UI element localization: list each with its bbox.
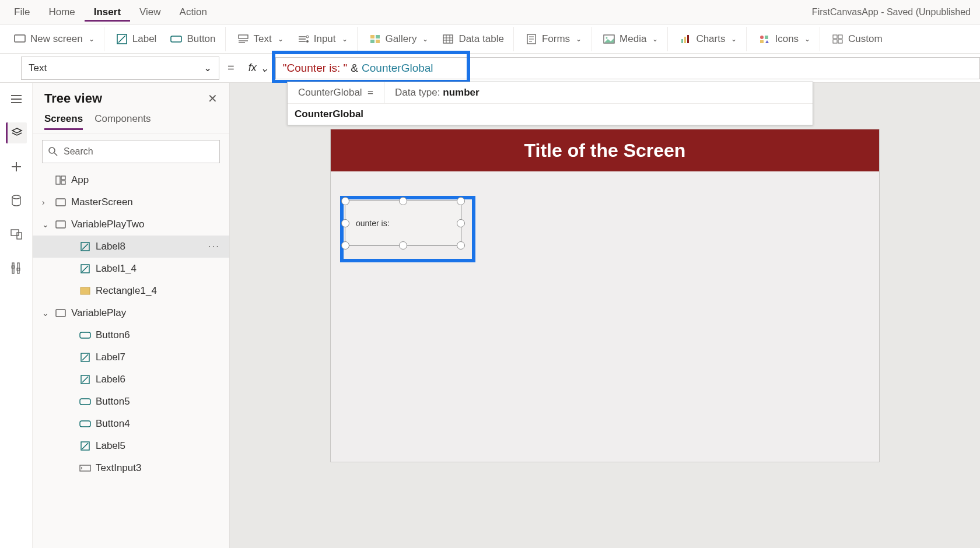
tab-components[interactable]: Components bbox=[94, 110, 150, 130]
svg-point-48 bbox=[49, 147, 55, 153]
svg-rect-62 bbox=[80, 399, 90, 405]
expander-icon[interactable]: › bbox=[42, 198, 50, 207]
gallery-button[interactable]: Gallery ⌄ bbox=[363, 30, 435, 48]
selected-control-wrapper[interactable]: ounter is: bbox=[345, 201, 461, 246]
tree-node-masterscreen[interactable]: ›MasterScreen bbox=[33, 191, 229, 213]
svg-rect-3 bbox=[239, 35, 248, 38]
input-button[interactable]: Input ⌄ bbox=[292, 30, 354, 48]
resize-handle-ml[interactable] bbox=[341, 219, 349, 227]
resize-handle-tm[interactable] bbox=[399, 197, 407, 205]
svg-rect-52 bbox=[61, 181, 65, 184]
fx-button[interactable]: fx ⌄ bbox=[243, 57, 275, 80]
more-button[interactable]: ··· bbox=[208, 241, 223, 252]
svg-rect-53 bbox=[56, 199, 65, 206]
menu-action[interactable]: Action bbox=[170, 3, 216, 22]
data-table-button[interactable]: Data table bbox=[436, 30, 510, 48]
tree-node-label6[interactable]: Label6 bbox=[33, 368, 229, 391]
svg-point-9 bbox=[306, 36, 309, 38]
svg-rect-32 bbox=[833, 35, 837, 38]
svg-point-10 bbox=[306, 40, 309, 43]
tree-node-variableplay[interactable]: ⌄VariablePlay bbox=[33, 302, 229, 324]
icons-button[interactable]: Icons ⌄ bbox=[752, 30, 816, 48]
menu-view[interactable]: View bbox=[130, 3, 170, 22]
tree-node-rectangle1_4[interactable]: Rectangle1_4 bbox=[33, 280, 229, 302]
menu-insert[interactable]: Insert bbox=[85, 3, 130, 22]
tab-screens[interactable]: Screens bbox=[44, 110, 83, 130]
charts-button[interactable]: Charts ⌄ bbox=[674, 30, 743, 48]
svg-rect-13 bbox=[370, 40, 374, 43]
tree-node-button4[interactable]: Button4 bbox=[33, 413, 229, 435]
menu-home[interactable]: Home bbox=[39, 3, 84, 22]
forms-button[interactable]: Forms ⌄ bbox=[520, 30, 587, 48]
new-screen-button[interactable]: New screen ⌄ bbox=[8, 30, 100, 48]
svg-rect-35 bbox=[838, 40, 842, 43]
chevron-down-icon: ⌄ bbox=[89, 35, 94, 43]
tree-node-label: VariablePlayTwo bbox=[71, 219, 144, 230]
data-rail-button[interactable] bbox=[6, 190, 27, 211]
label-icon bbox=[79, 440, 91, 452]
tree-list: App›MasterScreen⌄VariablePlayTwoLabel8··… bbox=[33, 169, 229, 548]
expander-icon[interactable]: ⌄ bbox=[42, 308, 50, 318]
close-panel-button[interactable]: ✕ bbox=[208, 92, 218, 106]
canvas-area[interactable]: Title of the Screen ounter is: bbox=[230, 83, 980, 548]
left-rail bbox=[0, 83, 33, 548]
resize-handle-bl[interactable] bbox=[341, 241, 349, 250]
tree-node-label8[interactable]: Label8··· bbox=[33, 236, 229, 258]
tree-view-rail-button[interactable] bbox=[6, 122, 27, 143]
label-button[interactable]: Label bbox=[110, 30, 163, 48]
tree-node-label1_4[interactable]: Label1_4 bbox=[33, 258, 229, 280]
resize-handle-tr[interactable] bbox=[457, 197, 465, 205]
info-datatype-value: number bbox=[443, 87, 479, 98]
resize-handle-tl[interactable] bbox=[341, 197, 349, 205]
expander-icon[interactable]: ⌄ bbox=[42, 220, 50, 229]
tree-node-variableplaytwo[interactable]: ⌄VariablePlayTwo bbox=[33, 213, 229, 236]
tree-node-button5[interactable]: Button5 bbox=[33, 391, 229, 413]
add-rail-button[interactable] bbox=[6, 156, 27, 177]
tree-title: Tree view bbox=[44, 91, 102, 106]
resize-handle-br[interactable] bbox=[457, 241, 465, 250]
fx-label: fx bbox=[249, 62, 257, 74]
property-select[interactable]: Text ⌄ bbox=[21, 57, 219, 80]
svg-point-25 bbox=[606, 37, 608, 38]
svg-point-29 bbox=[760, 36, 764, 39]
text-button[interactable]: Text ⌄ bbox=[232, 30, 289, 48]
svg-rect-15 bbox=[443, 35, 453, 43]
forms-icon bbox=[526, 33, 537, 45]
svg-rect-12 bbox=[376, 35, 380, 38]
menu-file[interactable]: File bbox=[5, 3, 39, 22]
button-icon bbox=[79, 329, 91, 341]
text-icon bbox=[237, 33, 249, 45]
tree-node-label7[interactable]: Label7 bbox=[33, 346, 229, 368]
intellisense-suggestion[interactable]: CounterGlobal bbox=[288, 103, 813, 125]
text-label: Text bbox=[254, 33, 272, 45]
intellisense-popup: CounterGlobal = Data type: number Counte… bbox=[287, 82, 813, 125]
tree-node-label5[interactable]: Label5 bbox=[33, 435, 229, 457]
media-icon bbox=[603, 33, 615, 45]
media-rail-button[interactable] bbox=[6, 224, 27, 245]
media-button[interactable]: Media ⌄ bbox=[597, 30, 664, 48]
tree-node-textinput3[interactable]: TextInput3 bbox=[33, 457, 229, 479]
input-icon bbox=[298, 33, 309, 45]
hamburger-button[interactable] bbox=[6, 89, 27, 110]
resize-handle-bm[interactable] bbox=[399, 241, 407, 250]
custom-button[interactable]: Custom bbox=[826, 30, 888, 48]
label8-control[interactable]: ounter is: bbox=[345, 201, 461, 246]
tree-node-label: Label8 bbox=[96, 241, 125, 252]
tree-node-label: MasterScreen bbox=[71, 196, 133, 208]
formula-token-identifier: CounterGlobal bbox=[362, 62, 433, 75]
screen-preview[interactable]: Title of the Screen ounter is: bbox=[331, 129, 879, 462]
tools-rail-button[interactable] bbox=[6, 258, 27, 279]
tree-view-panel: Tree view ✕ Screens Components Search Ap… bbox=[33, 83, 230, 548]
app-icon bbox=[55, 174, 66, 186]
tree-node-app[interactable]: App bbox=[33, 169, 229, 191]
button-button[interactable]: Button bbox=[164, 30, 221, 48]
label-icon bbox=[79, 241, 91, 252]
label8-text: ounter is: bbox=[356, 219, 390, 228]
resize-handle-mr[interactable] bbox=[457, 219, 465, 227]
svg-rect-2 bbox=[171, 36, 181, 42]
tools-icon bbox=[11, 262, 22, 274]
tree-node-button6[interactable]: Button6 bbox=[33, 324, 229, 346]
svg-rect-31 bbox=[760, 40, 764, 43]
formula-input[interactable]: "Counter is: " & CounterGlobal bbox=[275, 57, 980, 79]
search-input[interactable]: Search bbox=[42, 140, 220, 163]
